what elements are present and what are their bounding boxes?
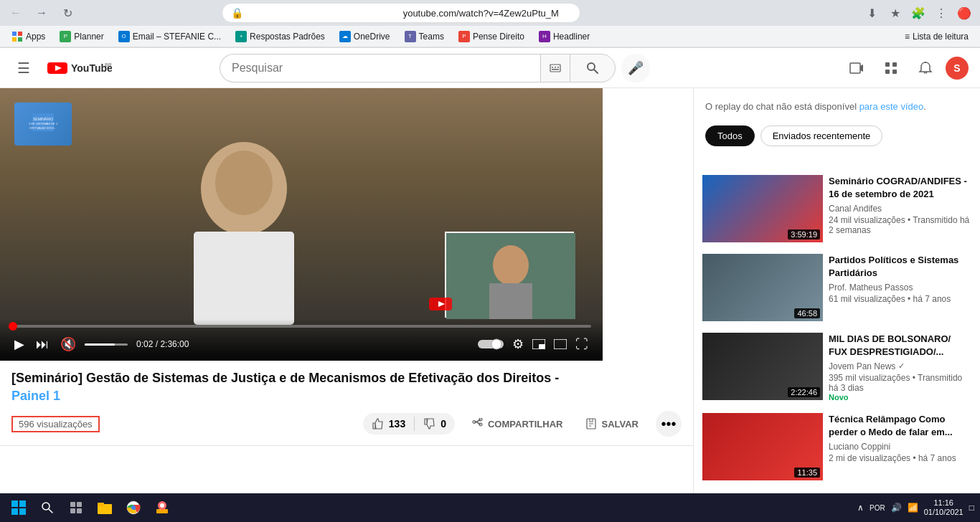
- video-player[interactable]: SEMINÁRIO GESTÃO DE SISTEMAS DE JUSTIÇA …: [0, 88, 603, 361]
- rec-info: Partidos Políticos e Sistemas Partidário…: [829, 254, 971, 321]
- search-button[interactable]: [570, 54, 616, 82]
- video-pip: [445, 232, 574, 318]
- rec-info: MIL DIAS DE BOLSONARO/ FUX DESPRESTIGIAD…: [829, 333, 971, 402]
- svg-rect-55: [11, 508, 18, 515]
- notifications-button[interactable]: [911, 54, 940, 82]
- like-button[interactable]: 133: [363, 413, 414, 435]
- taskbar-network-icon[interactable]: 📶: [908, 503, 918, 513]
- bookmark-respostas[interactable]: + Respostas Padrões: [230, 29, 331, 44]
- svg-rect-0: [12, 32, 17, 36]
- taskbar-paint-button[interactable]: [149, 495, 175, 521]
- svg-point-32: [215, 151, 273, 215]
- taskbar-volume-icon[interactable]: 🔊: [891, 503, 902, 513]
- svg-point-43: [479, 418, 482, 421]
- user-avatar[interactable]: S: [946, 57, 969, 80]
- bookmark-email[interactable]: O Email – STEFANIE C...: [113, 29, 227, 44]
- time-display: 0:02 / 2:36:00: [136, 339, 189, 349]
- taskbar-chrome-button[interactable]: [121, 495, 146, 521]
- volume-slider[interactable]: [85, 343, 128, 346]
- svg-rect-35: [489, 283, 532, 319]
- forward-button[interactable]: →: [32, 3, 52, 23]
- create-video-button[interactable]: [842, 54, 871, 82]
- rec-video-item[interactable]: 2:22:46 MIL DIAS DE BOLSONARO/ FUX DESPR…: [694, 327, 980, 407]
- save-button[interactable]: SALVAR: [580, 415, 644, 432]
- microphone-button[interactable]: 🎤: [621, 54, 650, 82]
- svg-rect-22: [892, 62, 897, 67]
- reading-list-button[interactable]: ≡ Lista de leitura: [899, 30, 974, 43]
- bookmark-onedrive[interactable]: ☁ OneDrive: [334, 29, 396, 44]
- rec-channel: Jovem Pan News ✓: [829, 361, 971, 371]
- apps-button[interactable]: [877, 54, 905, 82]
- rec-badge: Novo: [829, 393, 971, 402]
- bookmark-apps[interactable]: Apps: [6, 29, 51, 44]
- keyboard-button[interactable]: [540, 54, 570, 82]
- windows-start-button[interactable]: [6, 495, 32, 521]
- svg-rect-64: [98, 503, 104, 506]
- rec-duration: 3:59:19: [788, 229, 820, 239]
- download-button[interactable]: ⬇: [862, 3, 882, 23]
- taskbar-clock[interactable]: 11:16 01/10/2021: [924, 498, 963, 517]
- hamburger-menu-button[interactable]: ☰: [11, 54, 36, 82]
- progress-bar[interactable]: [11, 325, 591, 328]
- search-bar: 🎤: [220, 54, 650, 82]
- share-button[interactable]: COMPARTILHAR: [466, 415, 568, 432]
- bookmark-headliner[interactable]: H Headliner: [533, 29, 595, 44]
- rec-video-item[interactable]: 3:59:19 Seminário COGRAD/ANDIFES - 16 de…: [694, 169, 980, 248]
- address-bar[interactable]: 🔒 youtube.com/watch?v=4Zew2uPtu_M: [222, 3, 580, 23]
- play-button[interactable]: ▶: [11, 333, 27, 355]
- bookmark-button[interactable]: ★: [885, 3, 905, 23]
- pense-direito-label: Pense Direito: [473, 32, 524, 42]
- back-button[interactable]: ←: [6, 3, 26, 23]
- refresh-button[interactable]: ↻: [57, 3, 77, 23]
- settings-button[interactable]: ⚙: [509, 333, 527, 355]
- dislike-button[interactable]: 0: [415, 413, 455, 435]
- taskbar-up-arrow[interactable]: ∧: [857, 503, 864, 513]
- video-title: [Seminário] Gestão de Sistemas de Justiç…: [11, 369, 682, 405]
- email-icon: O: [118, 31, 130, 42]
- rec-title: Partidos Políticos e Sistemas Partidário…: [829, 254, 971, 280]
- extensions-button[interactable]: 🧩: [908, 3, 928, 23]
- chat-notice-link: para este vídeo: [859, 101, 924, 112]
- taskbar-sys-tray: ∧ POR 🔊 📶 11:16 01/10/2021 □: [857, 498, 974, 517]
- volume-fill: [85, 343, 115, 346]
- next-button[interactable]: ⏭: [33, 334, 52, 355]
- main-layout: SEMINÁRIO GESTÃO DE SISTEMAS DE JUSTIÇA …: [0, 88, 980, 522]
- header-actions: S: [842, 54, 969, 82]
- filter-all-button[interactable]: Todos: [705, 125, 755, 146]
- more-options-button[interactable]: •••: [656, 411, 682, 437]
- bookmark-planner[interactable]: P Planner: [54, 29, 109, 44]
- menu-button[interactable]: ⋮: [931, 3, 951, 23]
- video-player-container: SEMINÁRIO GESTÃO DE SISTEMAS DE JUSTIÇA …: [0, 88, 603, 361]
- fullscreen-button[interactable]: ⛶: [573, 334, 591, 355]
- rec-channel: Luciano Coppini: [829, 442, 971, 452]
- taskbar-notification-area[interactable]: □: [969, 503, 974, 513]
- like-dislike-group: 133 0: [363, 413, 455, 435]
- reading-list-label: Lista de leitura: [913, 32, 969, 42]
- taskbar-search-button[interactable]: [34, 495, 60, 521]
- bookmark-pense-direito[interactable]: P Pense Direito: [453, 29, 530, 44]
- onedrive-icon: ☁: [339, 31, 351, 42]
- bookmarks-bar: Apps P Planner O Email – STEFANIE C... +…: [0, 26, 980, 47]
- rec-video-item[interactable]: 11:35 Técnica Relâmpago Como perder o Me…: [694, 407, 980, 486]
- filter-recent-button[interactable]: Enviados recentemente: [760, 125, 883, 146]
- rec-video-item[interactable]: 46:58 Partidos Políticos e Sistemas Part…: [694, 248, 980, 327]
- browser-chrome: ← → ↻ 🔒 youtube.com/watch?v=4Zew2uPtu_M …: [0, 0, 980, 48]
- video-info: [Seminário] Gestão de Sistemas de Justiç…: [0, 361, 693, 446]
- theater-mode-button[interactable]: [551, 336, 570, 352]
- youtube-logo[interactable]: YouTube BR: [47, 61, 112, 75]
- taskbar-apps-button[interactable]: [63, 495, 89, 521]
- progress-fill: [11, 325, 13, 328]
- video-meta: 596 visualizações 133 0: [11, 411, 682, 437]
- profile-button[interactable]: 🔴: [954, 3, 974, 23]
- clock-date: 01/10/2021: [924, 508, 963, 517]
- taskbar-file-explorer[interactable]: [92, 495, 118, 521]
- autoplay-toggle[interactable]: [475, 335, 507, 353]
- mute-button[interactable]: 🔇: [57, 333, 79, 355]
- search-input[interactable]: [220, 54, 540, 82]
- teams-icon: T: [405, 31, 416, 42]
- rec-views: 2 mi de visualizações • há 7 anos: [829, 453, 971, 463]
- miniplayer-button[interactable]: [529, 336, 548, 352]
- bookmark-teams[interactable]: T Teams: [399, 29, 450, 44]
- svg-rect-56: [19, 508, 26, 515]
- svg-rect-23: [885, 70, 890, 74]
